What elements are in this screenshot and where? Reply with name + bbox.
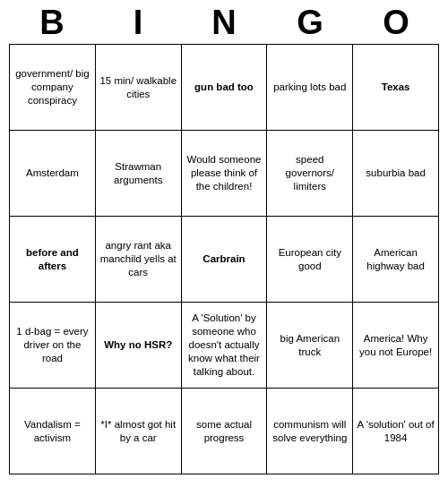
letter-g: G bbox=[267, 4, 353, 42]
cell-r3-c3: big American truck bbox=[267, 303, 353, 389]
cell-r0-c4: Texas bbox=[353, 45, 439, 131]
cell-r2-c3: European city good bbox=[267, 217, 353, 303]
cell-r2-c2: Carbrain bbox=[181, 217, 267, 303]
cell-r3-c2: A 'Solution' by someone who doesn't actu… bbox=[181, 303, 267, 389]
cell-r2-c4: American highway bad bbox=[353, 217, 439, 303]
cell-r0-c2: gun bad too bbox=[181, 45, 267, 131]
cell-r1-c1: Strawman arguments bbox=[95, 131, 181, 217]
cell-r2-c0: before and afters bbox=[10, 217, 96, 303]
cell-r3-c1: Why no HSR? bbox=[95, 303, 181, 389]
cell-r1-c0: Amsterdam bbox=[10, 131, 96, 217]
letter-b: B bbox=[9, 4, 95, 42]
cell-r3-c0: 1 d-bag = every driver on the road bbox=[10, 303, 96, 389]
bingo-title: B I N G O bbox=[9, 0, 439, 44]
cell-r0-c3: parking lots bad bbox=[267, 45, 353, 131]
cell-r4-c0: Vandalism = activism bbox=[10, 389, 96, 474]
bingo-grid: government/ big company conspiracy15 min… bbox=[9, 44, 439, 474]
cell-r0-c0: government/ big company conspiracy bbox=[10, 45, 96, 131]
cell-r4-c4: A 'solution' out of 1984 bbox=[353, 389, 439, 474]
letter-o: O bbox=[353, 4, 439, 42]
cell-r4-c2: some actual progress bbox=[181, 389, 267, 474]
cell-r4-c3: communism will solve everything bbox=[267, 389, 353, 474]
cell-r3-c4: America! Why you not Europe! bbox=[353, 303, 439, 389]
cell-r1-c3: speed governors/ limiters bbox=[267, 131, 353, 217]
cell-r4-c1: *I* almost got hit by a car bbox=[95, 389, 181, 474]
letter-n: N bbox=[181, 4, 267, 42]
cell-r2-c1: angry rant aka manchild yells at cars bbox=[95, 217, 181, 303]
letter-i: I bbox=[95, 4, 181, 42]
cell-r1-c4: suburbia bad bbox=[353, 131, 439, 217]
cell-r1-c2: Would someone please think of the childr… bbox=[181, 131, 267, 217]
cell-r0-c1: 15 min/ walkable cities bbox=[95, 45, 181, 131]
